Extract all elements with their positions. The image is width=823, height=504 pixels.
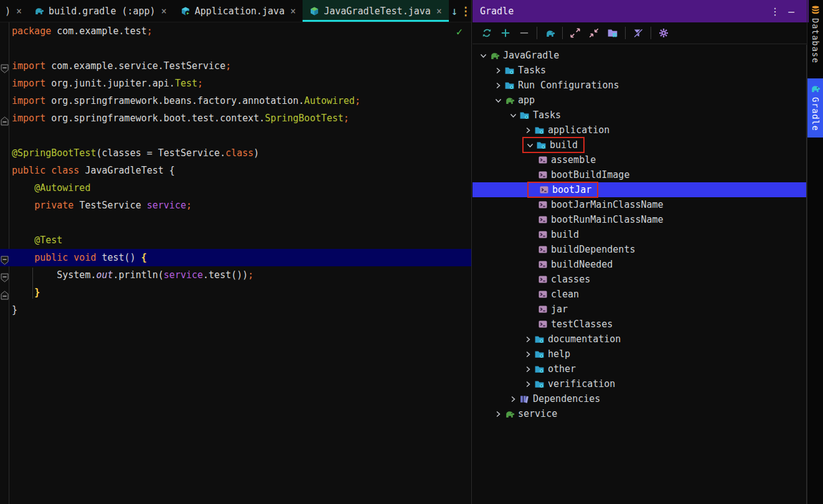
chevron-right-icon[interactable] <box>522 125 534 135</box>
tree-row-dependencies[interactable]: Dependencies <box>473 391 806 406</box>
group-tasks-icon[interactable] <box>603 25 622 41</box>
fold-start-icon[interactable] <box>1 253 9 263</box>
side-tab-database[interactable]: Database <box>807 0 823 70</box>
fold-start-icon[interactable] <box>1 62 9 71</box>
gradle-tree: JavaGradle Tasks Run Configurations app … <box>473 45 807 504</box>
code-line[interactable]: @Test <box>0 231 471 249</box>
code-line[interactable]: @SpringBootTest(classes = TestService.cl… <box>0 144 471 162</box>
editor-tab-build-gradle-app-[interactable]: build.gradle (:app) × <box>27 0 174 22</box>
sync-icon[interactable] <box>477 25 496 41</box>
tree-row-bootjar[interactable]: bootJar <box>473 182 806 197</box>
tree-row-tasks[interactable]: Tasks <box>473 108 806 123</box>
code-line[interactable]: public class JavaGradleTest { <box>0 162 471 179</box>
chevron-right-icon[interactable] <box>492 409 504 419</box>
code-line[interactable]: System.out.println(service.test()); <box>0 266 471 284</box>
tree-row-classes[interactable]: classes <box>473 272 806 287</box>
code-token: ) <box>253 147 259 159</box>
tree-row-builddependents[interactable]: buildDependents <box>473 242 806 257</box>
fold-start-icon[interactable] <box>1 271 9 280</box>
code-line[interactable]: import com.example.service.TestService; <box>0 57 471 75</box>
chevron-down-icon[interactable] <box>507 110 519 120</box>
code-line[interactable]: public void test() { <box>0 249 471 266</box>
code-line[interactable] <box>0 214 471 231</box>
tree-row-bootrunmainclassname[interactable]: bootRunMainClassName <box>473 212 806 227</box>
chevron-down-icon[interactable] <box>524 140 536 150</box>
chevron-right-icon[interactable] <box>492 65 504 75</box>
code-line[interactable] <box>0 127 471 144</box>
editor-tab-javagradletest-java[interactable]: JavaGradleTest.java × <box>303 0 449 22</box>
navigate-down-icon[interactable]: ↓ <box>449 0 460 22</box>
chevron-down-icon[interactable] <box>477 50 489 60</box>
code-token: (classes = TestService. <box>96 147 225 159</box>
tree-row-build[interactable]: build <box>473 138 806 152</box>
folder-icon <box>534 334 545 344</box>
tree-row-javagradle[interactable]: JavaGradle <box>473 48 806 63</box>
fold-end-icon[interactable] <box>1 114 9 123</box>
code-line[interactable]: @Autowired <box>0 179 471 197</box>
editor-tab-application-java[interactable]: Application.java × <box>174 0 303 22</box>
tree-row-documentation[interactable]: documentation <box>473 332 806 347</box>
gradle-header: Gradle ⋮ — <box>473 0 807 22</box>
tab-close-icon[interactable]: × <box>161 6 167 17</box>
chevron-right-icon[interactable] <box>522 334 534 344</box>
code-line[interactable]: package com.example.test; <box>0 22 471 40</box>
tree-row-clean[interactable]: clean <box>473 287 806 302</box>
tree-row-jar[interactable]: jar <box>473 302 806 317</box>
tree-row-bootjarmainclassname[interactable]: bootJarMainClassName <box>473 197 806 212</box>
collapse-all-icon[interactable] <box>585 25 603 41</box>
expand-all-icon[interactable] <box>566 25 585 41</box>
tree-row-other[interactable]: other <box>473 362 806 376</box>
code-line[interactable]: import org.junit.jupiter.api.Test; <box>0 75 471 92</box>
chevron-right-icon[interactable] <box>522 349 534 359</box>
tree-row-build[interactable]: build <box>473 227 806 242</box>
chevron-right-icon[interactable] <box>522 379 534 389</box>
code-token: public void <box>34 252 101 263</box>
chevron-right-icon[interactable] <box>522 364 534 374</box>
chevron-right-icon[interactable] <box>492 80 504 90</box>
tree-row-run-configurations[interactable]: Run Configurations <box>473 78 806 93</box>
code-token: ; <box>248 269 253 281</box>
tab-label: ) <box>5 6 11 17</box>
tree-row-help[interactable]: help <box>473 347 806 362</box>
tab-more-icon[interactable]: ⋮ <box>460 0 471 22</box>
code-line[interactable]: } <box>0 301 471 319</box>
settings-icon[interactable] <box>654 25 673 41</box>
gradle-elephant-icon[interactable] <box>540 25 559 41</box>
remove-icon[interactable] <box>515 25 534 41</box>
code-line[interactable] <box>0 40 471 57</box>
side-tab-gradle[interactable]: Gradle <box>807 78 823 138</box>
tree-row-application[interactable]: application <box>473 123 806 138</box>
gradle-more-icon[interactable]: ⋮ <box>767 6 783 17</box>
code-line[interactable]: private TestService service; <box>0 197 471 214</box>
tree-row-service[interactable]: service <box>473 406 806 421</box>
editor-pane: ) × build.gradle (:app) × Application.ja… <box>0 0 472 504</box>
editor-tab-truncated[interactable]: ) × <box>0 0 27 22</box>
code-token: ; <box>355 95 360 106</box>
code-token: out <box>96 269 113 281</box>
tree-row-verification[interactable]: verification <box>473 376 806 391</box>
fold-end-icon[interactable] <box>1 288 9 297</box>
chevron-right-icon[interactable] <box>507 394 519 404</box>
tree-row-testclasses[interactable]: testClasses <box>473 317 806 332</box>
tree-row-app[interactable]: app <box>473 93 806 108</box>
add-icon[interactable] <box>496 25 515 41</box>
tab-close-icon[interactable]: × <box>290 6 296 17</box>
tree-row-tasks[interactable]: Tasks <box>473 63 806 78</box>
code-token: com.example.service.TestService <box>51 60 225 72</box>
code-token: ; <box>197 78 203 89</box>
tree-row-bootbuildimage[interactable]: bootBuildImage <box>473 167 806 182</box>
code-line[interactable]: import org.springframework.beans.factory… <box>0 92 471 110</box>
tree-row-assemble[interactable]: assemble <box>473 152 806 167</box>
folder-icon <box>536 140 547 150</box>
tree-row-buildneeded[interactable]: buildNeeded <box>473 257 806 272</box>
code-editor[interactable]: ✓ package com.example.test;import com.ex… <box>0 22 471 504</box>
chevron-down-icon[interactable] <box>492 95 504 105</box>
filter-off-icon[interactable] <box>629 25 647 41</box>
code-token <box>12 287 34 298</box>
tab-close-icon[interactable]: × <box>436 6 442 17</box>
code-line[interactable]: import org.springframework.boot.test.con… <box>0 110 471 127</box>
gradle-minimize-icon[interactable]: — <box>783 6 799 17</box>
code-token: public class <box>12 165 85 176</box>
tab-close-icon[interactable]: × <box>16 6 22 17</box>
code-line[interactable]: } <box>0 284 471 301</box>
